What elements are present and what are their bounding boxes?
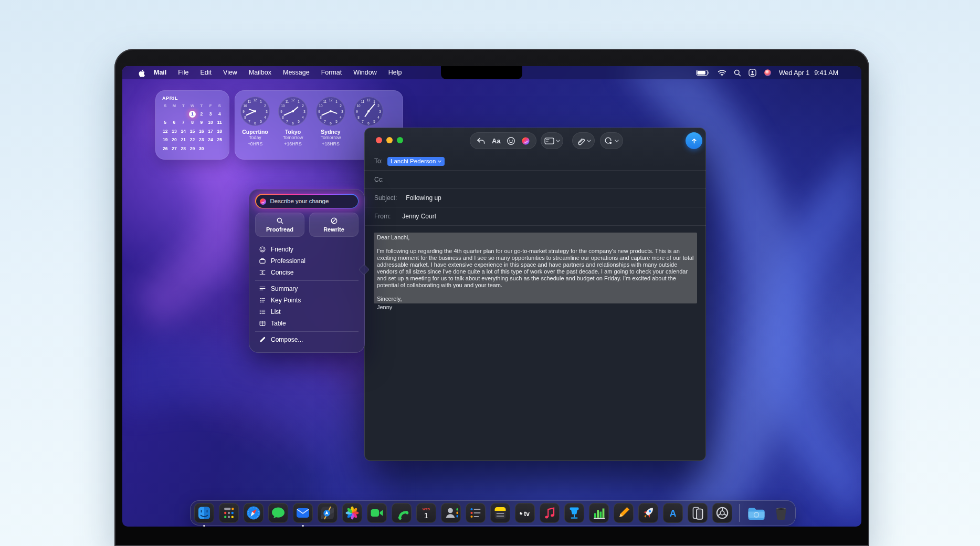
emoji-icon[interactable] (507, 136, 515, 145)
search-icon[interactable] (734, 69, 741, 77)
apple-menu-icon[interactable] (138, 69, 145, 77)
notes-icon (490, 503, 510, 523)
running-indicator (203, 525, 205, 527)
svg-text:A: A (670, 508, 677, 519)
music-icon (540, 503, 560, 523)
dock-reminders[interactable] (466, 503, 486, 523)
dock-safari[interactable] (244, 503, 264, 523)
writing-tools-item-friendly[interactable]: Friendly (249, 244, 365, 255)
dock-phone[interactable] (392, 503, 412, 523)
format-text-icon[interactable]: Aa (492, 137, 501, 145)
menu-view[interactable]: View (217, 66, 243, 79)
close-button[interactable] (376, 137, 382, 143)
photo-browser-button[interactable] (600, 132, 623, 149)
dock-messages[interactable] (268, 503, 288, 523)
reminders-icon (466, 503, 486, 523)
to-label: To: (374, 158, 383, 165)
dock-calendar[interactable]: WED1 (416, 503, 436, 523)
rewrite-button[interactable]: Rewrite (309, 213, 359, 237)
writing-tools-item-list[interactable]: List (249, 306, 365, 318)
dock-mail[interactable] (293, 503, 313, 523)
clock-face: 123456789101112 (240, 97, 270, 126)
to-field[interactable]: To: Lanchi Pederson (364, 152, 706, 171)
subject-field[interactable]: Subject: Following up (364, 189, 706, 207)
dock-keynote[interactable] (564, 503, 584, 523)
menu-bar-clock[interactable]: Wed Apr 1 9:41 AM (779, 69, 838, 77)
dock-downloads[interactable] (746, 503, 766, 523)
dock-maps[interactable] (318, 503, 338, 523)
describe-change-input[interactable] (256, 195, 358, 208)
item-label: Concise (271, 269, 293, 276)
time-text: 9:41 AM (814, 69, 838, 77)
calendar-day: 30 (197, 145, 206, 152)
dock-facetime[interactable] (367, 503, 387, 523)
intelligence-icon[interactable] (521, 136, 530, 145)
chevron-down-icon (556, 140, 560, 142)
dock-notes[interactable] (490, 503, 510, 523)
from-value: Jenny Court (402, 213, 436, 220)
dock-tv[interactable]: tv (515, 503, 535, 523)
siri-icon[interactable] (764, 69, 772, 77)
menu-edit[interactable]: Edit (194, 66, 217, 79)
window-controls (376, 137, 403, 143)
dock-contacts[interactable] (441, 503, 461, 523)
calendar-day: 19 (161, 136, 170, 143)
cc-field[interactable]: Cc: (364, 171, 706, 189)
user-switch-icon[interactable] (749, 69, 756, 77)
dock-launchpad-rocket[interactable] (638, 503, 658, 523)
battery-icon[interactable] (696, 69, 710, 76)
writing-tools-item-concise[interactable]: Concise (249, 267, 365, 278)
calendar-day: 12 (161, 128, 170, 135)
menu-message[interactable]: Message (277, 66, 315, 79)
launchpad-rocket-icon (638, 503, 658, 523)
calendar-day-header: M (170, 103, 178, 109)
menu-bar-status: Wed Apr 1 9:41 AM (696, 69, 861, 77)
message-body[interactable]: Dear Lanchi, I'm following up regarding … (374, 233, 697, 311)
calendar-day: 9 (197, 119, 206, 126)
menu-format[interactable]: Format (315, 66, 348, 79)
dock-iphone-mirroring[interactable] (688, 503, 708, 523)
dock-music[interactable] (540, 503, 560, 523)
calendar-day: 24 (206, 136, 215, 143)
wifi-icon[interactable] (718, 69, 726, 76)
calendar-day-header: F (206, 103, 215, 109)
writing-tools-item-key-points[interactable]: Key Points (249, 295, 365, 306)
calendar-day (170, 110, 178, 118)
writing-tools-item-table[interactable]: Table (249, 318, 365, 329)
writing-tools-item-professional[interactable]: Professional (249, 255, 365, 267)
calendar-selected-day: 1 (188, 110, 197, 118)
calendar-widget[interactable]: APRIL SMTWTFS123456789101112131415161718… (155, 90, 229, 160)
token-chevron-icon (438, 160, 441, 163)
dock-pages[interactable] (614, 503, 634, 523)
intelligence-icon (259, 198, 267, 205)
menu-window[interactable]: Window (347, 66, 382, 79)
attachment-button[interactable] (572, 132, 595, 149)
menu-help[interactable]: Help (383, 66, 408, 79)
calendar-day: 10 (206, 119, 215, 126)
send-button[interactable] (686, 132, 702, 149)
writing-tools-item-summary[interactable]: Summary (249, 283, 365, 295)
menu-file[interactable]: File (172, 66, 194, 79)
selected-text[interactable]: Dear Lanchi, I'm following up regarding … (374, 233, 697, 303)
dock-app-store[interactable]: A (663, 503, 683, 523)
minimize-button[interactable] (386, 137, 393, 143)
calendar-day-header: S (215, 103, 224, 109)
writing-tools-menu: FriendlyProfessionalConciseSummaryKey Po… (249, 244, 365, 345)
proofread-button[interactable]: Proofread (255, 213, 304, 237)
menu-mailbox[interactable]: Mailbox (243, 66, 277, 79)
undo-icon[interactable] (476, 137, 486, 145)
dock-trash[interactable] (771, 503, 791, 523)
dock-finder[interactable] (194, 503, 214, 523)
menu-mail[interactable]: Mail (148, 66, 172, 79)
dock-apps-grid[interactable] (219, 503, 239, 523)
recipient-token[interactable]: Lanchi Pederson (387, 157, 445, 166)
header-fields-button[interactable] (541, 132, 563, 149)
dock-photos[interactable] (342, 503, 362, 523)
from-field[interactable]: From: Jenny Court (364, 207, 706, 226)
zoom-button[interactable] (397, 137, 403, 143)
dock-numbers[interactable] (589, 503, 609, 523)
dock-settings[interactable] (712, 503, 732, 523)
signature-text[interactable]: Jenny (374, 303, 697, 311)
writing-tools-item-compose[interactable]: Compose... (249, 334, 365, 345)
action-label: Proofread (266, 226, 293, 233)
